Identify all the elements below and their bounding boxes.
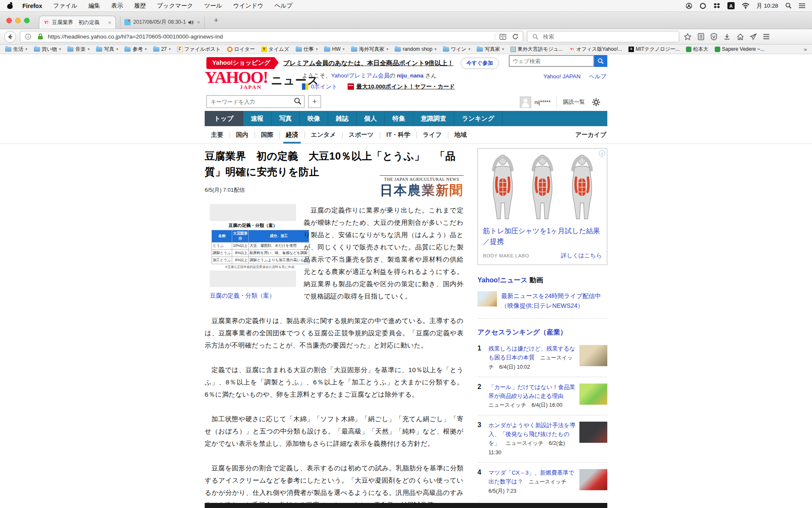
subnav-sports[interactable]: スポーツ bbox=[342, 126, 380, 144]
nav-tab-feature[interactable]: 特集 bbox=[385, 111, 413, 126]
premium-member-link[interactable]: Yahoo!プレミアム会員 bbox=[331, 72, 390, 79]
menu-bookmarks[interactable]: ブックマーク bbox=[157, 2, 193, 10]
url-input[interactable] bbox=[48, 33, 492, 40]
subnav-life[interactable]: ライフ bbox=[417, 126, 448, 144]
bookmark-folder-overseas-photographers[interactable]: 海外写真家▾ bbox=[351, 46, 389, 53]
menu-window[interactable]: ウインドウ bbox=[233, 2, 263, 10]
bookmark-mit-tech[interactable]: +MITテクノロジー... bbox=[628, 46, 680, 53]
menu-firefox[interactable]: Firefox bbox=[22, 3, 42, 9]
bookmark-times[interactable]: Tタイムズ bbox=[261, 46, 289, 53]
bookmark-folder-hw[interactable]: HW▾ bbox=[324, 46, 345, 52]
username-link[interactable]: niju_nana bbox=[397, 72, 423, 79]
ranking-thumbnail[interactable] bbox=[579, 345, 607, 366]
menu-hamburger-icon[interactable] bbox=[762, 32, 771, 41]
video-thumbnail[interactable] bbox=[477, 291, 497, 306]
close-tab-icon[interactable]: × bbox=[196, 19, 200, 25]
promo-join-button[interactable]: 今すぐ参加 bbox=[461, 58, 499, 69]
ranking-thumbnail[interactable] bbox=[579, 384, 607, 405]
menu-edit[interactable]: 編集 bbox=[88, 2, 100, 10]
notification-center-icon[interactable] bbox=[799, 3, 805, 8]
new-tab-button[interactable]: + bbox=[211, 16, 222, 25]
shield-icon[interactable] bbox=[709, 32, 719, 41]
ranking-thumbnail[interactable] bbox=[579, 422, 607, 443]
menu-file[interactable]: ファイル bbox=[53, 2, 77, 10]
subnav-entertainment[interactable]: エンタメ bbox=[304, 126, 342, 144]
ad-title-link[interactable]: 筋トレ加圧シャツを1ヶ月試した結果／提携 bbox=[483, 226, 602, 247]
yahoo-news-link[interactable]: Yahoo!ニュース bbox=[477, 276, 527, 284]
ranking-thumbnail[interactable] bbox=[579, 469, 607, 490]
menu-history[interactable]: 履歴 bbox=[134, 2, 146, 10]
audio-playing-icon[interactable] bbox=[188, 20, 194, 25]
creative-cloud-status-icon[interactable] bbox=[700, 3, 706, 9]
web-search-button[interactable] bbox=[594, 55, 607, 67]
bookmark-folder-photo[interactable]: 写真▾ bbox=[96, 46, 118, 53]
points-link[interactable]: 0ポイント bbox=[311, 82, 337, 91]
home-icon[interactable] bbox=[735, 32, 745, 41]
nav-tab-flash[interactable]: 速報 bbox=[243, 111, 272, 126]
send-tab-icon[interactable] bbox=[749, 32, 758, 41]
bookmark-folder-shopping[interactable]: 買い物▾ bbox=[34, 46, 61, 53]
web-search-input[interactable] bbox=[509, 55, 594, 67]
subnav-it-science[interactable]: IT・科学 bbox=[380, 126, 416, 144]
bookmark-folder-wine[interactable]: ワイン▾ bbox=[443, 46, 470, 53]
menu-tools[interactable]: ツール bbox=[204, 2, 222, 10]
yahoo-card-link[interactable]: 最大10,000ポイント！ヤフー・カード bbox=[357, 82, 455, 91]
bookmark-folder-random-shop[interactable]: random shop▾ bbox=[395, 46, 436, 52]
spotlight-search-icon[interactable] bbox=[785, 3, 792, 9]
subnav-economy[interactable]: 経済 bbox=[280, 126, 304, 144]
bookmark-sapere-vedere[interactable]: Sapere Vedere ~... bbox=[715, 46, 764, 52]
url-bar[interactable] bbox=[20, 31, 523, 42]
ad-cta-link[interactable]: 詳しくはこちら bbox=[561, 252, 602, 260]
gear-icon[interactable] bbox=[592, 98, 601, 107]
apple-menu-icon[interactable] bbox=[7, 3, 13, 9]
reader-mode-icon[interactable] bbox=[498, 32, 508, 41]
menu-view[interactable]: 表示 bbox=[111, 2, 123, 10]
bookmark-folder-photographers[interactable]: 写真家▾ bbox=[477, 46, 504, 53]
ranking-item[interactable]: 2 「カール」だけではない！食品業界が商品絞り込みに走る理由ニュースイッチ 6/… bbox=[477, 377, 607, 415]
tab-radiko[interactable]: 2017/06/05/月 08:30-11:0 × bbox=[120, 16, 205, 29]
archive-link[interactable]: アーカイブ bbox=[575, 131, 607, 139]
reload-icon[interactable] bbox=[510, 32, 520, 41]
ranking-item[interactable]: 3 ホンダがようやく新設計手法を導入、「後発なら飛び抜けたものを」 ニュースイッ… bbox=[477, 415, 607, 463]
library-icon[interactable] bbox=[696, 32, 705, 41]
close-window-button[interactable] bbox=[6, 18, 12, 23]
nav-tab-magazine[interactable]: 雑誌 bbox=[328, 111, 357, 126]
tab-active-yahoo-news[interactable]: Y! 豆腐業界 初の定義 大豆10% × bbox=[39, 16, 116, 29]
ranking-link[interactable]: 「カール」だけではない！食品業界が商品絞り込みに走る理由 bbox=[488, 384, 575, 399]
bookmark-folder-music[interactable]: 音楽▾ bbox=[67, 46, 90, 53]
yahoo-japan-link[interactable]: Yahoo! JAPAN bbox=[543, 73, 581, 80]
https-lock-icon[interactable] bbox=[36, 32, 45, 41]
promo-banner[interactable]: Yahoo!ショッピング プレミアム会員のあなたは、本日全商品ポイント9倍以上！… bbox=[206, 57, 499, 69]
promo-message-link[interactable]: プレミアム会員のあなたは、本日全商品ポイント9倍以上！ bbox=[283, 59, 453, 67]
nav-tab-top[interactable]: トップ bbox=[205, 111, 243, 126]
bookmark-reuters[interactable]: ロイター bbox=[227, 46, 255, 53]
bookmark-matsumoto[interactable]: 松本大 bbox=[686, 46, 708, 53]
zoom-window-button[interactable] bbox=[24, 18, 30, 23]
nav-tab-ranking[interactable]: ランキング bbox=[454, 111, 502, 126]
subnav-domestic[interactable]: 国内 bbox=[230, 126, 255, 144]
wifi-status-icon[interactable] bbox=[742, 3, 749, 9]
add-keyword-button[interactable]: + bbox=[308, 95, 321, 108]
bookmark-filepost[interactable]: Fファイルポスト bbox=[177, 46, 221, 53]
bookmark-folder-27[interactable]: 27▾ bbox=[153, 46, 171, 52]
nav-tab-personal[interactable]: 個人 bbox=[357, 111, 385, 126]
subnav-world[interactable]: 国際 bbox=[255, 126, 280, 144]
ad-choices-icon[interactable]: i bbox=[599, 150, 605, 157]
browser-search-input[interactable] bbox=[543, 33, 675, 40]
nav-tab-survey[interactable]: 意識調査 bbox=[413, 111, 454, 126]
bookmark-yahoo-office[interactable]: Y!オフィス版Yahoo!... bbox=[569, 46, 622, 53]
nav-tab-video[interactable]: 映像 bbox=[300, 111, 328, 126]
account-username[interactable]: nij***** bbox=[535, 99, 551, 105]
minimize-window-button[interactable] bbox=[15, 18, 21, 23]
close-tab-icon[interactable]: × bbox=[107, 19, 112, 26]
download-icon[interactable] bbox=[722, 32, 732, 41]
bookmark-folder-life[interactable]: 生活▾ bbox=[5, 46, 27, 53]
subnav-region[interactable]: 地域 bbox=[448, 126, 473, 144]
dropbox-status-icon[interactable] bbox=[713, 3, 720, 9]
keyword-search-button[interactable] bbox=[294, 97, 302, 105]
menu-help[interactable]: ヘルプ bbox=[274, 2, 293, 10]
article-figure[interactable]: 豆腐の定義・分類（案） 名称 大豆固形分 成分、加工 とうふ 10%以上 大豆、… bbox=[210, 204, 296, 300]
subscription-list-link[interactable]: 購読一覧 bbox=[563, 98, 585, 106]
nav-tab-photo[interactable]: 写真 bbox=[272, 111, 300, 126]
help-link[interactable]: ヘルプ bbox=[589, 73, 606, 80]
